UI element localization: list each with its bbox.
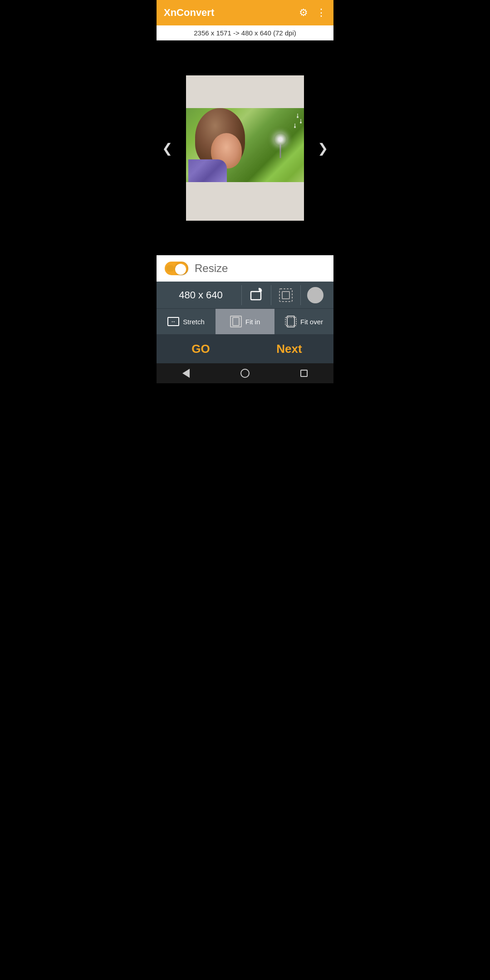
recents-icon [300,370,308,377]
fitin-mode-button[interactable]: Fit in [216,309,274,334]
mode-row: ↔ Stretch Fit in Fit over [157,309,333,334]
resize-label: Resize [195,262,228,275]
fitover-icon [285,316,297,327]
dimensions-row: 480 x 640 [157,282,333,309]
toggle-knob-inner [175,264,186,275]
toggle-knob [176,262,187,274]
preview-area: ❮ ❯ [157,40,333,255]
next-arrow[interactable]: ❯ [314,137,332,159]
circle-button[interactable] [301,282,330,309]
app-wrapper: XnConvert ⚙ ⋮ 2356 x 1571 -> 480 x 640 (… [157,0,333,383]
nav-home-button[interactable] [237,365,253,381]
nav-recents-button[interactable] [296,365,312,381]
svg-text:↔: ↔ [171,318,176,325]
shirt-element [188,159,227,182]
letterbox-bottom [186,182,304,221]
home-icon [240,369,250,378]
next-button[interactable]: Next [245,334,333,363]
svg-rect-6 [233,317,239,326]
controls-panel: 480 x 640 [157,282,333,363]
header-icons: ⚙ ⋮ [299,7,326,19]
system-nav [157,363,333,383]
resize-row: Resize [157,255,333,282]
image-container [186,75,304,221]
rotate-icon [249,287,264,303]
stretch-mode-button[interactable]: ↔ Stretch [157,309,216,334]
fitover-mode-button[interactable]: Fit over [274,309,333,334]
dandelion-stem [279,144,281,158]
seed-1 [300,122,302,124]
frame-icon [279,288,293,302]
dandelion-head [274,133,287,146]
app-title: XnConvert [164,7,299,19]
letterbox-top [186,75,304,108]
action-row: GO Next [157,334,333,363]
photo-simulation [186,108,304,182]
toggle-track [166,265,174,272]
fitin-icon [230,316,242,327]
circle-icon [307,287,323,303]
stretch-label: Stretch [183,318,205,326]
settings-icon[interactable]: ⚙ [299,7,308,19]
frame-button[interactable] [271,282,300,309]
dimensions-text[interactable]: 480 x 640 [160,289,241,301]
info-bar: 2356 x 1571 -> 480 x 640 (72 dpi) [157,25,333,40]
prev-arrow[interactable]: ❮ [158,137,176,159]
go-button[interactable]: GO [157,334,245,363]
nav-back-button[interactable] [178,365,194,381]
svg-rect-1 [279,289,292,302]
stretch-icon: ↔ [167,317,179,326]
svg-rect-0 [251,292,261,300]
dandelion-element [268,133,293,158]
rotate-button[interactable] [242,282,271,309]
conversion-info: 2356 x 1571 -> 480 x 640 (72 dpi) [194,29,296,37]
menu-icon[interactable]: ⋮ [316,7,326,19]
svg-rect-2 [282,292,289,299]
seed-3 [294,126,296,128]
header: XnConvert ⚙ ⋮ [157,0,333,25]
fitin-label: Fit in [245,318,260,326]
seed-2 [297,116,299,118]
resize-toggle[interactable] [165,262,188,275]
back-icon [182,369,190,378]
fitover-label: Fit over [300,318,323,326]
